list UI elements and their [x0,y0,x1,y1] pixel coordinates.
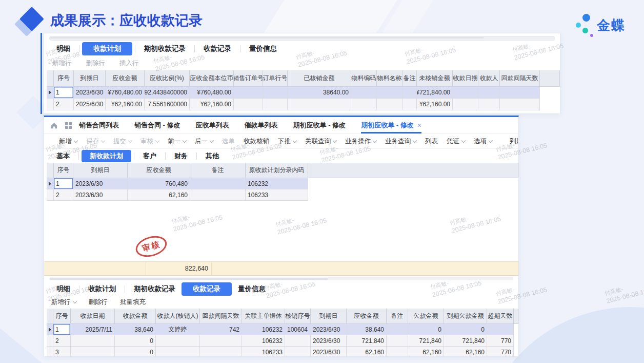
column-header[interactable]: 收款日期 [71,309,115,324]
tab-qita[interactable]: 其他 [199,149,225,163]
cell[interactable] [453,99,478,110]
column-header[interactable]: 序号 [54,163,73,178]
cell[interactable] [387,347,408,357]
column-header[interactable]: 到期日 [74,70,106,87]
column-header[interactable]: 到期欠款金额 [444,309,487,324]
due-date-change-button[interactable]: 到期日变更 [510,137,519,146]
list-button[interactable]: 列表 [425,137,438,146]
business-op-button[interactable]: 业务操作 [345,137,376,146]
cell[interactable]: 770 [487,347,514,357]
cell[interactable] [351,99,377,110]
cell[interactable] [285,347,311,357]
row-marker[interactable] [47,324,53,335]
cell[interactable]: 106233 [246,189,308,201]
cell[interactable]: 2023/6/30 [73,178,128,189]
nav-tab-opening-receivable[interactable]: 期初应收单 - 修改 [293,117,346,133]
cell[interactable]: 100604 [285,324,311,335]
row-marker[interactable] [47,347,53,357]
cell[interactable] [377,87,402,99]
tab-shoukuanjilu[interactable]: 收款记录 [182,282,232,296]
cell[interactable] [234,99,263,110]
options-button[interactable]: 选项 [474,137,492,146]
cell[interactable] [263,87,288,99]
column-header[interactable] [47,309,53,324]
cell[interactable] [402,99,417,110]
cell[interactable]: 2025/7/11 [71,324,115,335]
column-header[interactable]: 原收款计划分录内码 [246,163,308,178]
horizontal-scrollbar[interactable] [49,277,513,280]
nav-tab-dunning-list[interactable]: 催款单列表 [245,117,278,133]
column-header[interactable]: 备注 [387,309,408,324]
cell[interactable]: 2 [53,335,71,347]
row-marker[interactable] [47,99,54,110]
column-header[interactable]: 回款间隔天数 [200,309,242,324]
cell[interactable] [200,347,242,357]
table-row[interactable]: 12023/6/30760,480106232 [47,178,518,189]
cell[interactable]: 38,640 [115,324,156,335]
cell[interactable] [387,324,408,335]
column-header[interactable]: 未核销金额 [417,70,453,87]
cell[interactable]: 92.4438400000 [145,87,190,99]
voucher-button[interactable]: 凭证 [447,137,465,146]
tab-xin-shoukuanjihua[interactable]: 新收款计划 [82,150,131,162]
column-header[interactable]: 超期天数 [487,309,514,324]
tab-shoukuanjihua[interactable]: 收款计划 [82,282,122,296]
column-header[interactable]: 备注 [402,70,417,87]
tab-qichu-shoukuan[interactable]: 期初收款记录 [128,282,182,296]
cell[interactable] [234,87,263,99]
prev-button[interactable]: 前一 [168,137,186,146]
tab-kehu[interactable]: 客户 [137,149,163,163]
cell[interactable] [377,99,402,110]
cell[interactable]: 2 [54,99,74,110]
tab-liangjia[interactable]: 量价信息 [232,282,272,296]
table-row[interactable]: 12025/7/1138,640文婷婷7421062321006042023/6… [47,324,518,335]
row-marker[interactable] [47,335,53,347]
tab-qichu-shoukuan[interactable]: 期初收款记录 [138,42,192,55]
cell[interactable] [263,99,288,110]
cell[interactable]: 2023/6/30 [74,87,106,99]
cell[interactable]: 2 [54,189,73,201]
cell[interactable]: 1 [54,87,74,99]
cell[interactable]: 742 [200,324,242,335]
cell[interactable]: ¥62,160.00 [190,99,234,110]
cell[interactable]: 106232 [242,324,285,335]
cell[interactable]: 0 [444,324,487,335]
cell[interactable]: 3 [53,347,71,357]
horizontal-scrollbar[interactable] [49,36,555,41]
cell[interactable]: 文婷婷 [156,324,200,335]
cell[interactable] [71,347,115,357]
cell[interactable] [71,335,115,347]
cell[interactable]: 1 [54,178,73,189]
cell[interactable]: 0 [115,347,156,357]
column-header[interactable]: 关联主单据体 [242,309,285,324]
row-marker[interactable] [47,87,54,99]
batch-fill-button[interactable]: 批量填充 [120,298,146,307]
delete-row-button[interactable]: 删除行 [89,298,108,307]
cell[interactable]: 62,160 [408,347,444,357]
cell[interactable] [190,178,246,189]
submit-button[interactable]: 提交 [113,137,132,146]
column-header[interactable]: 收款人(核销人) [156,309,200,324]
select-bill-button[interactable]: 选单 [222,137,235,146]
related-query-button[interactable]: 关联查询 [305,137,336,146]
column-header[interactable]: 已核销金额 [288,70,351,87]
cell[interactable]: 721,840 [347,335,387,347]
cell[interactable] [500,99,540,110]
cell[interactable]: ¥62,160.00 [417,99,453,110]
nav-tab-contract-edit[interactable]: 销售合同 - 修改 [134,117,180,133]
cell[interactable]: 1 [53,324,71,335]
cell[interactable]: 106233 [242,347,285,357]
column-header[interactable]: 到期日 [311,309,347,324]
cell[interactable]: 0 [408,324,444,335]
column-header[interactable]: 物料编码 [351,70,377,87]
cell[interactable]: 0 [115,335,156,347]
nav-tab-receivable-list[interactable]: 应收单列表 [196,117,229,133]
audit-button[interactable]: 审核 [140,137,159,146]
tab-caiwu[interactable]: 财务 [168,149,194,163]
column-header[interactable]: 应收金额 [128,163,190,178]
tab-mingxi[interactable]: 明细 [50,42,76,55]
column-header[interactable]: 序号 [54,70,74,87]
cell[interactable] [200,335,242,347]
cell[interactable] [478,99,500,110]
payment-writeoff-button[interactable]: 收款核销 [244,137,269,146]
